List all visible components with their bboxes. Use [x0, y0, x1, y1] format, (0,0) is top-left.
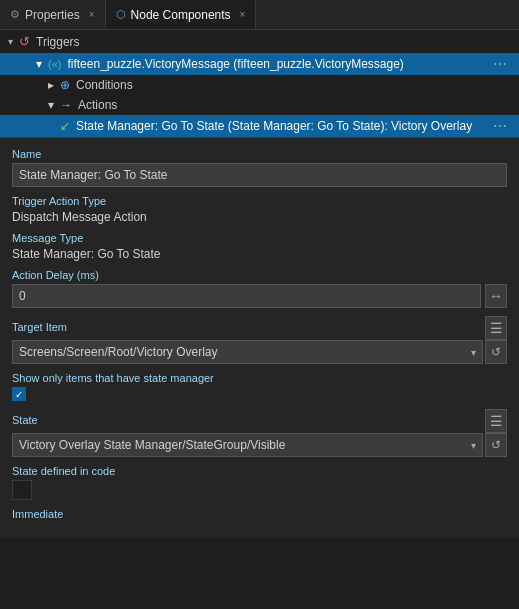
actions-arrow: ▾ — [48, 98, 54, 112]
state-manager-icon: ↙ — [60, 119, 70, 133]
message-type-group: Message Type State Manager: Go To State — [12, 232, 507, 261]
target-item-group: Target Item ☰ Screens/Screen/Root/Victor… — [12, 316, 507, 364]
state-list-button[interactable]: ☰ — [485, 409, 507, 433]
state-defined-group: State defined in code — [12, 465, 507, 500]
action-delay-row: 0 ↔ — [12, 284, 507, 308]
tab-node-components-close[interactable]: × — [240, 9, 246, 20]
trigger-victory-icon: («) — [48, 58, 61, 70]
message-type-value: State Manager: Go To State — [12, 247, 507, 261]
name-field-group: Name State Manager: Go To State — [12, 148, 507, 187]
actions-icon: → — [60, 98, 72, 112]
triggers-label: Triggers — [36, 35, 80, 49]
target-item-dropdown[interactable]: Screens/Screen/Root/Victory Overlay ▾ — [12, 340, 483, 364]
tab-node-components[interactable]: ⬡ Node Components × — [106, 0, 257, 29]
tab-node-components-label: Node Components — [131, 8, 231, 22]
properties-tab-icon: ⚙ — [10, 8, 20, 21]
state-dropdown-row: Victory Overlay State Manager/StateGroup… — [12, 433, 507, 457]
name-value: State Manager: Go To State — [19, 168, 168, 182]
target-item-dropdown-row: Screens/Screen/Root/Victory Overlay ▾ ↺ — [12, 340, 507, 364]
conditions-label: Conditions — [76, 78, 133, 92]
state-manager-action[interactable]: ↙ State Manager: Go To State (State Mana… — [0, 115, 519, 137]
action-more-button[interactable]: ⋯ — [489, 118, 511, 134]
state-group: State ☰ Victory Overlay State Manager/St… — [12, 409, 507, 457]
detail-panel: Name State Manager: Go To State Trigger … — [0, 137, 519, 538]
target-item-chevron: ▾ — [471, 347, 476, 358]
actions-item[interactable]: ▾ → Actions — [0, 95, 519, 115]
show-only-label: Show only items that have state manager — [12, 372, 507, 384]
message-type-label: Message Type — [12, 232, 507, 244]
tab-bar: ⚙ Properties × ⬡ Node Components × — [0, 0, 519, 30]
tab-properties[interactable]: ⚙ Properties × — [0, 0, 106, 29]
action-delay-group: Action Delay (ms) 0 ↔ — [12, 269, 507, 308]
conditions-arrow: ▸ — [48, 78, 54, 92]
target-item-list-button[interactable]: ☰ — [485, 316, 507, 340]
target-item-refresh-button[interactable]: ↺ — [485, 340, 507, 364]
action-delay-input[interactable]: 0 — [12, 284, 481, 308]
trigger-more-button[interactable]: ⋯ — [489, 56, 511, 72]
trigger-victory-expand: ▾ — [36, 57, 42, 71]
name-input[interactable]: State Manager: Go To State — [12, 163, 507, 187]
action-delay-label: Action Delay (ms) — [12, 269, 507, 281]
target-item-label: Target Item — [12, 321, 67, 333]
triggers-section[interactable]: ▾ ↺ Triggers — [0, 30, 519, 53]
node-components-tab-icon: ⬡ — [116, 8, 126, 21]
trigger-victory-message[interactable]: ▾ («) fifteen_puzzle.VictoryMessage (fif… — [0, 53, 519, 75]
show-only-checkbox-area: ✓ — [12, 387, 507, 401]
state-refresh-button[interactable]: ↺ — [485, 433, 507, 457]
trigger-victory-label: fifteen_puzzle.VictoryMessage (fifteen_p… — [67, 57, 483, 71]
conditions-item[interactable]: ▸ ⊕ Conditions — [0, 75, 519, 95]
action-delay-arrows-button[interactable]: ↔ — [485, 284, 507, 308]
immediate-group: Immediate — [12, 508, 507, 520]
state-manager-label: State Manager: Go To State (State Manage… — [76, 119, 483, 133]
state-label: State — [12, 414, 38, 426]
trigger-action-type-value: Dispatch Message Action — [12, 210, 507, 224]
show-only-checkbox[interactable]: ✓ — [12, 387, 26, 401]
conditions-icon: ⊕ — [60, 78, 70, 92]
show-only-group: Show only items that have state manager … — [12, 372, 507, 401]
state-defined-label: State defined in code — [12, 465, 507, 477]
target-item-value: Screens/Screen/Root/Victory Overlay — [19, 345, 218, 359]
tab-properties-close[interactable]: × — [89, 9, 95, 20]
tree-container: ▾ ↺ Triggers ▾ («) fifteen_puzzle.Victor… — [0, 30, 519, 137]
state-chevron: ▾ — [471, 440, 476, 451]
triggers-icon: ↺ — [19, 34, 30, 49]
immediate-label: Immediate — [12, 508, 507, 520]
trigger-action-type-group: Trigger Action Type Dispatch Message Act… — [12, 195, 507, 224]
action-delay-value: 0 — [19, 289, 26, 303]
actions-label: Actions — [78, 98, 117, 112]
state-dropdown[interactable]: Victory Overlay State Manager/StateGroup… — [12, 433, 483, 457]
state-code-box — [12, 480, 32, 500]
tab-properties-label: Properties — [25, 8, 80, 22]
name-label: Name — [12, 148, 507, 160]
state-value: Victory Overlay State Manager/StateGroup… — [19, 438, 285, 452]
trigger-action-type-label: Trigger Action Type — [12, 195, 507, 207]
triggers-arrow: ▾ — [8, 36, 13, 47]
